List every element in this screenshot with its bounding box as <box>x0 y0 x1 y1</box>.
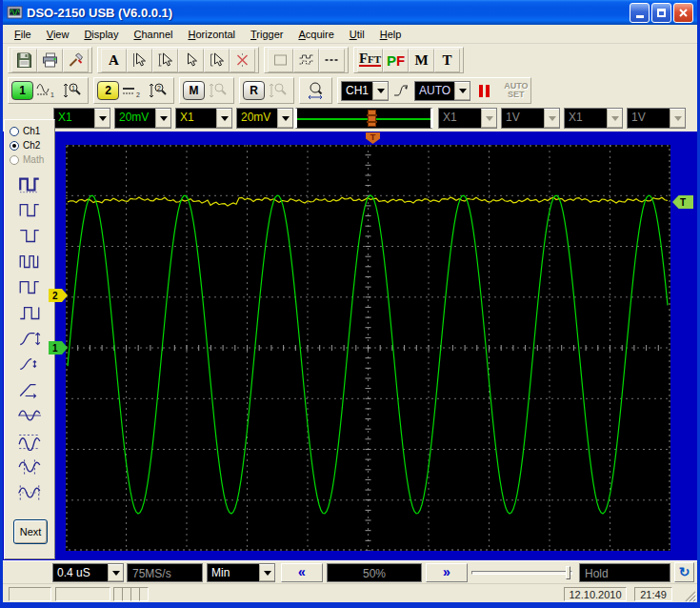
fall-time-button[interactable] <box>7 351 52 376</box>
radio-ch2[interactable]: Ch2 <box>5 138 54 152</box>
slew-rate-button[interactable] <box>7 376 52 402</box>
position-slider[interactable] <box>471 568 572 578</box>
trigger-position-thumb[interactable] <box>368 110 376 127</box>
maximize-button[interactable] <box>651 3 671 23</box>
pass-fail-button[interactable]: PF <box>383 49 409 72</box>
ch2-waveform-button[interactable]: 2 <box>119 79 145 103</box>
math-vertical-zoom-button <box>205 79 230 103</box>
text-tool-button[interactable]: A <box>101 49 127 72</box>
resize-grip[interactable] <box>684 590 696 602</box>
math-channel-button[interactable]: M <box>183 81 205 100</box>
time-button[interactable]: T <box>434 49 460 72</box>
menu-item-help[interactable]: Help <box>372 27 410 42</box>
math-icon: M <box>414 52 428 69</box>
neg-pulse-width-button[interactable] <box>7 299 52 325</box>
minimize-icon <box>636 15 644 18</box>
menu-item-view[interactable]: View <box>39 27 77 42</box>
ch1-level-marker[interactable]: 1 <box>49 341 68 355</box>
horizontal-zoom-button[interactable] <box>303 79 329 103</box>
menu-item-channel[interactable]: Channel <box>126 27 180 42</box>
scroll-right-button[interactable]: » <box>426 563 468 582</box>
ch2-volts-combo[interactable]: 20mV <box>236 108 293 129</box>
clear-cursors-icon <box>234 52 250 68</box>
vertical-cursor-button[interactable] <box>127 49 152 72</box>
timebase-combo[interactable]: 0.4 uS <box>52 563 124 582</box>
trigger-source-combo[interactable]: CH1 <box>341 81 389 101</box>
menu-item-acquire[interactable]: Acquire <box>290 27 341 42</box>
svg-text:2: 2 <box>157 85 161 91</box>
ch2-level-marker[interactable]: 2 <box>49 289 68 302</box>
ref-channel-button[interactable]: R <box>243 81 265 100</box>
pause-button[interactable] <box>476 82 492 100</box>
ch2-probe-combo[interactable]: X1 <box>175 108 232 129</box>
pos-pulse-width-icon <box>17 277 42 296</box>
arrow-cursor-button[interactable] <box>178 49 204 72</box>
grid-button[interactable] <box>268 49 293 72</box>
print-button[interactable] <box>37 49 63 72</box>
radio-ch1-icon[interactable] <box>10 127 19 136</box>
amplitude-button[interactable] <box>7 428 52 454</box>
ch1-probe-combo[interactable]: X1 <box>53 108 110 129</box>
refresh-button[interactable]: ↻ <box>674 562 694 582</box>
ch2-vertical-zoom-button[interactable]: 2 <box>145 79 170 103</box>
menu-item-display[interactable]: Display <box>76 27 126 42</box>
ch1-enable-button[interactable]: 1 <box>11 81 33 100</box>
fft-icon: FFT <box>359 53 381 67</box>
frequency-button[interactable] <box>7 196 52 222</box>
horizontal-bar: 0.4 uS 75MS/s Min « 50% » Hold ↻ <box>3 560 697 583</box>
frequency-icon <box>17 200 42 219</box>
scroll-right-icon: » <box>443 564 450 579</box>
ch1-volts-combo[interactable]: 20mV <box>114 108 171 129</box>
dotted-display-button[interactable] <box>319 49 345 72</box>
settings-button[interactable] <box>63 49 89 72</box>
next-button[interactable]: Next <box>13 519 48 544</box>
trigger-source-dropdown-icon[interactable] <box>372 82 388 100</box>
trigger-position-marker[interactable]: T <box>366 132 380 144</box>
rise-time-button[interactable] <box>7 325 52 351</box>
menu-item-file[interactable]: File <box>7 27 39 42</box>
fft-button[interactable]: FFT <box>357 49 383 72</box>
scope-screen <box>66 145 670 551</box>
radio-ch1[interactable]: Ch1 <box>5 124 54 138</box>
cycle-markers-button[interactable] <box>7 479 52 505</box>
menu-item-trigger[interactable]: Trigger <box>243 27 290 42</box>
scroll-left-button[interactable]: « <box>281 563 323 582</box>
save-button[interactable] <box>11 49 37 72</box>
ch2-probe-value: X1 <box>176 109 216 128</box>
interpolation-combo[interactable]: Min <box>207 563 275 582</box>
minimize-button[interactable] <box>630 3 650 23</box>
close-button[interactable] <box>673 3 693 23</box>
pulse-train-icon <box>17 252 42 271</box>
pos-pulse-width-button[interactable] <box>7 274 52 299</box>
rms-button[interactable] <box>7 454 52 479</box>
ch1-volts-value: 20mV <box>115 109 155 128</box>
horizontal-zoom-icon <box>307 81 326 100</box>
trigger-mode-combo[interactable]: AUTO <box>414 81 470 101</box>
ch2-enable-button[interactable]: 2 <box>97 81 119 100</box>
clear-cursors-button[interactable] <box>230 49 255 72</box>
duty-cycle-button[interactable] <box>7 222 52 248</box>
trigger-mode-dropdown-icon[interactable] <box>454 82 470 100</box>
pass-fail-icon: P <box>387 52 396 69</box>
ch1-waveform-button[interactable]: 1 <box>33 79 59 103</box>
radio-ch2-icon[interactable] <box>10 141 19 151</box>
interpolation-value: Min <box>208 564 259 581</box>
fall-time-icon <box>17 355 42 374</box>
waveform-style-button[interactable] <box>293 49 319 72</box>
menu-item-util[interactable]: Util <box>342 27 372 42</box>
math-button[interactable]: M <box>409 49 434 72</box>
position-slider-thumb[interactable] <box>566 566 570 579</box>
ch1-vertical-zoom-button[interactable]: 1 <box>59 79 85 103</box>
track-cursor-button[interactable] <box>204 49 230 72</box>
mean-value-button[interactable] <box>7 402 52 428</box>
trigger-slope-button[interactable] <box>389 79 414 103</box>
trigger-position-slider[interactable] <box>294 108 433 129</box>
trigger-level-marker[interactable]: T <box>672 195 693 209</box>
horizontal-cursor-button[interactable] <box>152 49 178 72</box>
menu-item-horizontal[interactable]: Horizontal <box>180 27 243 42</box>
period-button[interactable] <box>7 171 52 196</box>
pulse-train-button[interactable] <box>7 248 52 274</box>
slew-rate-icon <box>17 380 42 399</box>
amplitude-icon <box>17 432 42 451</box>
status-pane-1 <box>9 587 51 601</box>
